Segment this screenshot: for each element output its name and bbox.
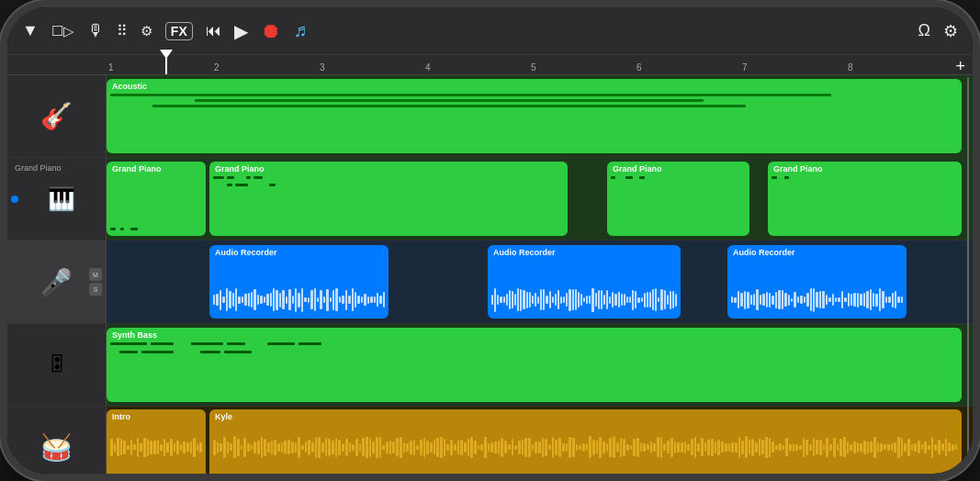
- grand-piano-icon: 🎹: [48, 186, 75, 212]
- mixer-icon[interactable]: ⚙: [141, 23, 152, 39]
- drum-wave-intro: [110, 413, 202, 474]
- mute-button[interactable]: M: [89, 268, 102, 281]
- track-row-grand-piano: 🎹 Grand Piano Grand Piano: [7, 158, 973, 240]
- toolbar-left: ▼ ☐▷ 🎙 ⠿ ⚙ FX ⏮ ▶ ⏺ ♬: [22, 19, 907, 43]
- track-header-audio-recorder[interactable]: 🎤 M S: [7, 240, 107, 322]
- drum-wave-kyle: [213, 413, 958, 474]
- rewind-button[interactable]: ⏮: [206, 22, 221, 40]
- scrollbar-track: [967, 77, 969, 472]
- track-header-drums[interactable]: 🥁: [7, 407, 107, 474]
- settings-icon[interactable]: ⚙: [943, 21, 958, 41]
- midi-scatter-0: [110, 228, 202, 230]
- midi-scatter-1: [213, 176, 564, 232]
- clip-grand-piano-3[interactable]: Grand Piano: [768, 162, 962, 236]
- clip-acoustic[interactable]: Acoustic: [107, 79, 962, 153]
- clip-grand-piano-2[interactable]: Grand Piano: [607, 162, 749, 236]
- drums-icon: 🥁: [40, 432, 73, 463]
- track-toggle-icon[interactable]: ▼: [22, 21, 39, 40]
- playhead[interactable]: [165, 55, 167, 74]
- clip-grand-piano-label-0: Grand Piano: [112, 164, 162, 173]
- ruler-mark-3: 3: [320, 62, 325, 73]
- midi-scatter-3: [772, 176, 958, 232]
- clip-intro[interactable]: Intro: [107, 409, 206, 474]
- track-header-grand-piano[interactable]: 🎹 Grand Piano: [7, 158, 107, 240]
- ruler-mark-2: 2: [214, 62, 220, 73]
- acoustic-guitar-icon: 🎸: [40, 101, 73, 131]
- clip-grand-piano-1[interactable]: Grand Piano: [209, 162, 568, 236]
- clip-synth-bass-label: Synth Bass: [112, 330, 157, 340]
- play-button[interactable]: ▶: [234, 20, 248, 42]
- track-header-synth-bass[interactable]: 🎛: [7, 324, 107, 406]
- track-content-drums[interactable]: Intro Kyle: [107, 407, 973, 474]
- toolbar: ▼ ☐▷ 🎙 ⠿ ⚙ FX ⏮ ▶ ⏺ ♬ Ω ⚙: [7, 7, 973, 55]
- grid-icon[interactable]: ⠿: [117, 22, 128, 39]
- tracks-area: 🎸 Acoustic: [7, 75, 973, 474]
- clip-grand-piano-label-1: Grand Piano: [215, 164, 265, 173]
- track-row-drums: 🥁 Intro Kyle: [7, 407, 973, 474]
- clip-kyle[interactable]: Kyle: [209, 409, 962, 474]
- ruler-mark-5: 5: [531, 62, 536, 73]
- clip-acoustic-label: Acoustic: [112, 82, 147, 91]
- track-content-acoustic[interactable]: Acoustic: [107, 75, 973, 157]
- ruler-mark-7: 7: [742, 62, 748, 73]
- score-icon[interactable]: ♬: [294, 20, 308, 41]
- midi-scatter-2: [611, 176, 746, 232]
- synth-midi-lines: [110, 342, 958, 398]
- audio-track-controls: M S: [89, 268, 102, 296]
- clip-audio-1[interactable]: Audio Recorder: [209, 245, 389, 318]
- waveform-1: [213, 287, 385, 313]
- grand-piano-header-label: Grand Piano: [15, 163, 62, 173]
- track-content-audio-recorder[interactable]: Audio Recorder Audio Recorder Audio Reco…: [107, 240, 973, 322]
- ruler: 1 2 3 4 5 6 7 8 +: [7, 55, 973, 75]
- solo-button[interactable]: S: [89, 283, 102, 296]
- ruler-mark-1: 1: [108, 62, 114, 73]
- phone-frame: ▼ ☐▷ 🎙 ⠿ ⚙ FX ⏮ ▶ ⏺ ♬ Ω ⚙ 1 2 3: [0, 0, 980, 481]
- record-button[interactable]: ⏺: [261, 19, 281, 43]
- track-row-synth-bass: 🎛 Synth Bass: [7, 324, 973, 407]
- toolbar-right: Ω ⚙: [918, 21, 958, 41]
- clip-audio-label-3: Audio Recorder: [733, 248, 795, 257]
- mic-icon[interactable]: 🎙: [87, 21, 104, 40]
- synth-bass-icon: 🎛: [47, 352, 67, 376]
- track-row-acoustic: 🎸 Acoustic: [7, 75, 973, 158]
- clip-synth-bass[interactable]: Synth Bass: [107, 328, 962, 402]
- track-header-acoustic[interactable]: 🎸: [7, 75, 107, 157]
- clip-audio-label-2: Audio Recorder: [493, 248, 556, 257]
- clip-audio-3[interactable]: Audio Recorder: [727, 245, 907, 318]
- clip-audio-label-1: Audio Recorder: [215, 248, 277, 257]
- ruler-mark-6: 6: [636, 62, 642, 73]
- waveform-3: [731, 287, 903, 313]
- add-track-button[interactable]: +: [955, 57, 965, 76]
- track-view-icon[interactable]: ☐▷: [51, 23, 74, 39]
- clip-grand-piano-label-3: Grand Piano: [773, 164, 823, 173]
- fx-button[interactable]: FX: [165, 22, 193, 40]
- track-row-audio-recorder: 🎤 M S Audio Recorder Audio Recorder: [7, 240, 973, 323]
- mic-track-icon: 🎤: [40, 267, 73, 297]
- ruler-mark-8: 8: [848, 62, 853, 73]
- track-content-synth-bass[interactable]: Synth Bass: [107, 324, 973, 406]
- headphone-icon[interactable]: Ω: [918, 21, 930, 40]
- midi-lines-acoustic: [110, 94, 958, 150]
- piano-indicator: [11, 196, 18, 203]
- ruler-mark-4: 4: [425, 62, 431, 73]
- clip-audio-2[interactable]: Audio Recorder: [488, 245, 681, 318]
- playhead-triangle: [160, 50, 173, 59]
- clip-grand-piano-0[interactable]: Grand Piano: [107, 162, 206, 236]
- clip-grand-piano-label-2: Grand Piano: [613, 164, 662, 173]
- scrollbar-indicator: [965, 75, 971, 474]
- waveform-2: [491, 287, 677, 313]
- ruler-inner: 1 2 3 4 5 6 7 8 +: [108, 55, 973, 74]
- phone-screen: ▼ ☐▷ 🎙 ⠿ ⚙ FX ⏮ ▶ ⏺ ♬ Ω ⚙ 1 2 3: [7, 7, 973, 474]
- track-content-grand-piano[interactable]: Grand Piano Grand Piano: [107, 158, 973, 240]
